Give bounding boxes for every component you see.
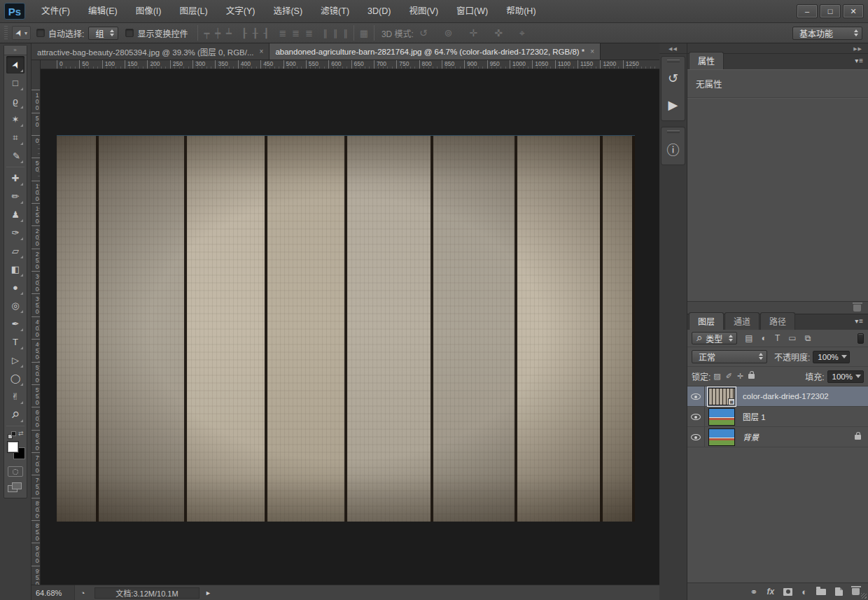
- chevron-down-icon[interactable]: [855, 375, 861, 378]
- auto-select-target-dropdown[interactable]: 组: [88, 27, 118, 40]
- tool-spot-healing[interactable]: ✚: [6, 169, 24, 187]
- delete-layer-icon[interactable]: [852, 588, 860, 595]
- menu-item-7[interactable]: 3D(D): [358, 0, 400, 22]
- link-layers-icon[interactable]: ⚭: [750, 587, 758, 596]
- options-bar-grip[interactable]: [4, 26, 8, 40]
- info-panel-button[interactable]: ⓘ: [663, 136, 684, 162]
- eye-icon[interactable]: [691, 393, 701, 400]
- new-adjustment-layer-icon[interactable]: ◐: [802, 587, 807, 596]
- default-colors-icon[interactable]: ⇄: [8, 431, 19, 440]
- layer-thumbnail[interactable]: [708, 428, 735, 446]
- filter-smart-objects-icon[interactable]: ⧉: [805, 333, 811, 343]
- workspace-switcher[interactable]: 基本功能: [792, 27, 862, 40]
- status-menu-arrow[interactable]: ►: [201, 589, 216, 596]
- 3d-scale-icon[interactable]: ⌖: [519, 28, 525, 38]
- menu-item-2[interactable]: 图像(I): [127, 0, 171, 22]
- align-icon-0-0[interactable]: ┯: [204, 29, 209, 38]
- layer-style-icon[interactable]: fx: [766, 587, 774, 596]
- checkbox-icon[interactable]: [125, 29, 134, 37]
- visibility-cell[interactable]: [687, 407, 705, 426]
- tool-move[interactable]: ➤: [6, 56, 24, 74]
- align-icon-3-2[interactable]: ∥: [343, 29, 348, 38]
- status-sync-icon[interactable]: ◔: [75, 589, 90, 597]
- visibility-cell[interactable]: [687, 427, 705, 447]
- tool-crop[interactable]: ⌗: [6, 129, 24, 146]
- tool-pen[interactable]: ✒: [6, 315, 24, 333]
- tool-brush[interactable]: ✏: [6, 188, 24, 205]
- filter-toggle[interactable]: [858, 333, 864, 344]
- layer-row-3[interactable]: 背景: [687, 427, 868, 447]
- 3d-slide-icon[interactable]: ✜: [494, 28, 503, 38]
- filter-type-layers-icon[interactable]: T: [775, 333, 780, 343]
- tool-history-brush[interactable]: ✑: [6, 224, 24, 242]
- layer-name[interactable]: color-dark-dried-172302: [738, 392, 868, 400]
- resize-grip[interactable]: [861, 593, 867, 599]
- blend-mode-dropdown[interactable]: 正常: [692, 350, 767, 363]
- history-panel-button[interactable]: ↺: [663, 65, 684, 92]
- align-icon-2-1[interactable]: ≣: [292, 29, 300, 38]
- menu-item-9[interactable]: 窗口(W): [447, 0, 497, 22]
- filter-pixel-layers-icon[interactable]: ▤: [745, 333, 752, 343]
- 3d-roll-icon[interactable]: ⊚: [444, 28, 453, 38]
- tool-path-selection[interactable]: ▷: [6, 351, 24, 369]
- add-layer-mask-icon[interactable]: [783, 588, 792, 596]
- tool-ellipse[interactable]: ◯: [6, 370, 24, 387]
- quick-mask-button[interactable]: [8, 466, 23, 477]
- lock-all-icon[interactable]: [748, 374, 755, 379]
- tool-eyedropper[interactable]: ✐: [6, 147, 24, 165]
- align-icon-1-2[interactable]: ┨: [264, 29, 270, 38]
- tab-layers[interactable]: 图层: [689, 312, 724, 330]
- lock-transparency-icon[interactable]: ▨: [713, 372, 720, 381]
- lock-position-icon[interactable]: ✛: [737, 372, 743, 381]
- tool-paint-bucket[interactable]: ◧: [6, 260, 24, 278]
- align-icon-0-2[interactable]: ┷: [226, 29, 232, 38]
- visibility-cell[interactable]: [687, 386, 705, 406]
- align-icon-3-0[interactable]: ∥: [323, 29, 328, 38]
- menu-item-5[interactable]: 选择(S): [264, 0, 312, 22]
- align-icon-0-1[interactable]: ┿: [215, 29, 220, 38]
- close-icon[interactable]: ×: [260, 48, 264, 55]
- tool-zoom[interactable]: ⚲: [6, 406, 24, 424]
- actions-panel-button[interactable]: ▶: [663, 92, 684, 118]
- swap-colors-icon[interactable]: ⇄: [18, 430, 24, 437]
- align-icon-1-1[interactable]: ╂: [253, 29, 258, 38]
- foreground-color-swatch[interactable]: [7, 441, 19, 453]
- menu-item-8[interactable]: 视图(V): [400, 0, 447, 22]
- menu-item-6[interactable]: 滤镜(T): [312, 0, 358, 22]
- pasteboard[interactable]: [41, 69, 659, 585]
- tool-magic-wand[interactable]: ✶: [6, 111, 24, 128]
- vertical-ruler[interactable]: 1005005010015020025030035040045050055060…: [31, 69, 41, 585]
- show-transform-checkbox[interactable]: 显示变换控件: [125, 27, 188, 39]
- 3d-rotate-icon[interactable]: ↺: [419, 28, 428, 38]
- tab-properties[interactable]: 属性: [689, 52, 724, 69]
- panel-menu-icon[interactable]: ▾≡: [855, 317, 864, 325]
- layer-row-2[interactable]: 图层 1: [687, 407, 868, 427]
- layer-name[interactable]: 背景: [738, 431, 855, 442]
- layer-row-1[interactable]: ▦color-dark-dried-172302: [687, 386, 868, 407]
- tool-rectangular-marquee[interactable]: □: [6, 74, 24, 92]
- horizontal-ruler[interactable]: 0501001502002503003504004505005506006507…: [41, 60, 659, 69]
- panel-menu-icon[interactable]: ▾≡: [855, 57, 864, 64]
- tab-channels[interactable]: 通道: [724, 312, 760, 330]
- align-icon-2-2[interactable]: ≣: [305, 29, 313, 38]
- menu-item-10[interactable]: 帮助(H): [497, 0, 545, 22]
- auto-select-checkbox[interactable]: 自动选择:: [36, 27, 84, 39]
- layer-thumbnail[interactable]: [708, 408, 735, 426]
- document-image[interactable]: [57, 135, 635, 522]
- new-group-icon[interactable]: [816, 589, 826, 595]
- lock-paint-icon[interactable]: ✐: [726, 372, 732, 381]
- maximize-button[interactable]: □: [820, 4, 841, 18]
- tools-collapse-button[interactable]: »: [4, 46, 27, 55]
- eye-icon[interactable]: [691, 434, 701, 440]
- ruler-corner[interactable]: [31, 60, 41, 69]
- expand-panels-button[interactable]: ◀◀: [659, 43, 687, 54]
- align-icon-3-1[interactable]: ∥: [333, 29, 338, 38]
- document-tab-1[interactable]: attractive-bag-beauty-2805394.jpg @ 39.3…: [31, 43, 270, 60]
- close-icon[interactable]: ×: [590, 48, 594, 55]
- eye-icon[interactable]: [691, 414, 701, 420]
- filter-shape-layers-icon[interactable]: ▭: [788, 333, 796, 343]
- align-icon-1-0[interactable]: ┠: [241, 29, 247, 38]
- tool-clone-stamp[interactable]: ♟: [6, 206, 24, 223]
- tool-dodge[interactable]: ◎: [6, 297, 24, 314]
- minimize-button[interactable]: –: [797, 4, 818, 18]
